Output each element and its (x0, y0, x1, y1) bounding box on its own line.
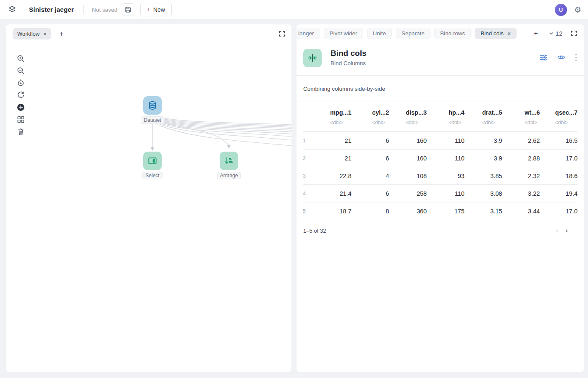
options-sliders-icon[interactable] (539, 53, 548, 62)
row-number: 1 (303, 138, 314, 144)
table-cell: 110 (427, 155, 465, 162)
table-cell: 360 (389, 208, 427, 215)
tab-longer[interactable]: longer (297, 28, 320, 39)
table-cell: 110 (427, 137, 465, 144)
pagination: 1–5 of 32 ‹ › (297, 220, 584, 241)
close-icon[interactable]: × (507, 30, 511, 37)
chevron-down-icon (549, 31, 554, 36)
table-cell: 22.8 (314, 173, 352, 179)
app-logo-layers-icon[interactable] (7, 4, 18, 15)
table-cell: 3.85 (465, 173, 502, 179)
column-header: disp...3<dbl> (389, 109, 427, 126)
canvas-toolbar (16, 53, 26, 136)
table-cell: 3.9 (465, 155, 502, 162)
table-cell: 3.22 (502, 190, 540, 197)
table-cell: 18.6 (540, 173, 578, 179)
tab-separate[interactable]: Separate (396, 28, 430, 39)
node-header: Bind cols Bind Columns (297, 41, 584, 75)
zoom-in-icon[interactable] (16, 53, 26, 63)
row-number: 4 (303, 191, 314, 197)
fullscreen-icon[interactable] (278, 30, 286, 37)
table-cell: 4 (352, 173, 389, 179)
table-cell: 21.4 (314, 190, 352, 197)
bind-cols-icon (303, 49, 322, 67)
table-cell: 3.15 (465, 208, 502, 215)
pagination-prev-icon[interactable]: ‹ (556, 226, 559, 235)
add-node-icon[interactable] (16, 102, 26, 112)
node-dataset: Dataset (143, 96, 162, 124)
gear-icon[interactable]: ⚙ (574, 6, 581, 14)
column-header: drat...5<dbl> (465, 109, 502, 126)
tab-pivot-wider[interactable]: Pivot wider (324, 28, 363, 39)
table-cell: 2.32 (502, 173, 540, 179)
table-cell: 8 (352, 208, 389, 215)
node-description: Combining columns side-by-side (297, 76, 584, 102)
column-header: cyl...2<dbl> (352, 109, 389, 126)
table-cell: 160 (389, 137, 427, 144)
table-cell: 6 (352, 155, 389, 162)
components-icon[interactable] (16, 114, 26, 124)
close-icon[interactable]: × (43, 31, 47, 37)
table-row: 322.84108933.852.3218.6 (303, 167, 578, 185)
save-status: Not saved (92, 7, 118, 13)
topbar: Sinister jaeger Not saved + New U ⚙ (0, 0, 588, 20)
table-cell: 6 (352, 137, 389, 144)
save-icon (124, 6, 132, 13)
pagination-next-icon[interactable]: › (565, 226, 568, 235)
add-node-tab-button[interactable]: + (531, 29, 541, 39)
table-row: 12161601103.92.6216.5 (303, 132, 578, 150)
node-select: Select (143, 152, 162, 179)
zoom-out-icon[interactable] (16, 66, 26, 76)
table-cell: 3.9 (465, 137, 502, 144)
table-cell: 3.44 (502, 208, 540, 215)
row-number: 2 (303, 155, 314, 161)
plus-icon: + (147, 6, 150, 13)
tab-bind-rows[interactable]: Bind rows (434, 28, 471, 39)
node-label: Select (142, 172, 162, 179)
column-header: hp...4<dbl> (427, 109, 465, 126)
table-cell: 21 (314, 155, 352, 162)
table-cell: 17.0 (540, 155, 578, 162)
data-table: mpg...1<dbl>cyl...2<dbl>disp...3<dbl>hp.… (303, 102, 578, 220)
node-label: Dataset (141, 116, 164, 124)
new-button[interactable]: + New (140, 3, 172, 16)
tab-bind-cols[interactable]: Bind cols× (475, 28, 517, 39)
save-button[interactable] (122, 3, 134, 16)
table-cell: 93 (427, 173, 465, 179)
node-dataset-box[interactable] (143, 96, 162, 115)
node-tabs-row: longerPivot widerUniteSeparateBind rowsB… (297, 24, 584, 41)
delete-icon[interactable] (16, 126, 26, 136)
table-cell: 2.62 (502, 137, 540, 144)
preview-eye-icon[interactable] (557, 53, 566, 62)
table-cell: 21 (314, 137, 352, 144)
table-cell: 108 (389, 173, 427, 179)
divider (83, 5, 84, 14)
fullscreen-icon[interactable] (570, 30, 578, 37)
tab-overflow-dropdown[interactable]: 12 (549, 30, 562, 37)
sort-icon (223, 155, 234, 166)
avatar[interactable]: U (555, 4, 567, 16)
node-detail-panel: longerPivot widerUniteSeparateBind rowsB… (297, 24, 584, 372)
project-title: Sinister jaeger (29, 6, 74, 13)
tab-workflow[interactable]: Workflow × (13, 28, 51, 39)
table-cell: 175 (427, 208, 465, 215)
workflow-canvas-panel: Workflow × + (6, 24, 291, 372)
node-select-box[interactable] (143, 152, 162, 170)
reset-view-icon[interactable] (16, 90, 26, 100)
locate-icon[interactable] (16, 78, 26, 88)
tab-unite[interactable]: Unite (367, 28, 392, 39)
select-columns-icon (147, 155, 158, 166)
table-cell: 3.08 (465, 190, 502, 197)
kebab-menu-icon[interactable] (575, 53, 577, 61)
column-header: wt...6<dbl> (502, 109, 540, 126)
table-row: 518.783601753.153.4417.0 (303, 202, 578, 220)
add-canvas-tab-button[interactable]: + (56, 29, 66, 39)
table-cell: 110 (427, 190, 465, 197)
table-cell: 17.0 (540, 208, 578, 215)
node-subtitle: Bind Columns (331, 60, 367, 66)
column-header: mpg...1<dbl> (314, 109, 352, 126)
main-area: Workflow × + (0, 20, 588, 378)
database-icon (147, 100, 158, 111)
workflow-edges (6, 24, 291, 372)
node-arrange-box[interactable] (220, 152, 238, 170)
